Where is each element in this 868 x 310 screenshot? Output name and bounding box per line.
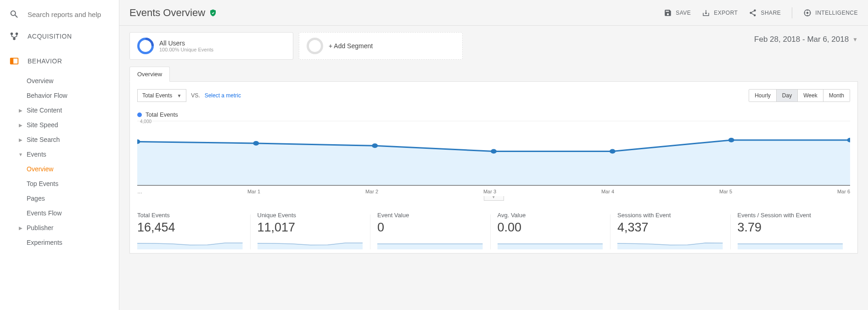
x-axis-labels: … Mar 1 Mar 2 Mar 3 Mar 4 Mar 5 Mar 6 [137, 189, 850, 194]
search-icon [9, 9, 19, 19]
subnav-site-speed[interactable]: ▶Site Speed [0, 118, 119, 132]
subnav-site-content[interactable]: ▶Site Content [0, 103, 119, 118]
scorecard-label: Unique Events [258, 212, 363, 219]
search-reports[interactable]: Search reports and help [0, 5, 119, 24]
scorecard-label: Event Value [377, 212, 483, 219]
save-button[interactable]: SAVE [664, 9, 691, 17]
scorecard-value: 16,454 [137, 220, 243, 235]
svg-point-6 [806, 11, 809, 14]
chevron-down-icon: ▼ [177, 93, 181, 98]
sparkline [738, 238, 843, 249]
svg-point-9 [372, 143, 378, 148]
scorecard[interactable]: Sessions with Event4,337 [610, 212, 730, 249]
export-icon [702, 9, 710, 17]
sparkline [137, 238, 243, 249]
scorecard-label: Events / Session with Event [738, 212, 843, 219]
subnav-events[interactable]: ▼Events [0, 147, 119, 162]
save-icon [664, 9, 672, 17]
search-placeholder-text: Search reports and help [28, 11, 101, 18]
nav-acquisition[interactable]: ACQUISITION [0, 24, 119, 49]
sparkline [498, 238, 603, 249]
svg-point-10 [491, 149, 497, 154]
dropdown-caret-icon: ▼ [852, 36, 858, 43]
scorecard-value: 4,337 [617, 220, 723, 235]
intelligence-icon [803, 9, 812, 17]
add-segment-ring-icon [307, 38, 323, 54]
segment-title: All Users [159, 39, 213, 47]
select-secondary-metric[interactable]: Select a metric [205, 92, 241, 99]
chart-legend: Total Events [137, 111, 850, 118]
intelligence-button[interactable]: INTELLIGENCE [803, 9, 858, 17]
scorecard-label: Total Events [137, 212, 243, 219]
scorecard[interactable]: Events / Session with Event3.79 [730, 212, 851, 249]
verified-shield-icon [209, 9, 217, 17]
line-chart[interactable]: 4,000 2,000 … Mar 1 Mar 2 Mar 3 Mar 4 Ma… [137, 121, 850, 194]
subnav-experiments[interactable]: Experiments [0, 235, 119, 250]
scorecard-value: 0 [377, 220, 483, 235]
granularity-month[interactable]: Month [823, 90, 850, 101]
subnav-events-overview[interactable]: Overview [0, 162, 119, 176]
subnav-overview[interactable]: Overview [0, 73, 119, 88]
scorecard-value: 0.00 [498, 220, 603, 235]
share-icon [749, 9, 757, 17]
scorecard-label: Avg. Value [498, 212, 603, 219]
granularity-week[interactable]: Week [797, 90, 823, 101]
page-title: Events Overview [129, 7, 205, 19]
date-range-picker[interactable]: Feb 28, 2018 - Mar 6, 2018 ▼ [754, 32, 858, 44]
svg-point-12 [728, 138, 734, 142]
sidebar: Search reports and help ACQUISITION BEHA… [0, 0, 119, 310]
nav-behavior[interactable]: BEHAVIOR [0, 49, 119, 73]
page-header: Events Overview SAVE EXPORT SHARE INTELL… [119, 0, 868, 26]
time-granularity: Hourly Day Week Month [749, 89, 850, 102]
legend-dot-icon [137, 113, 142, 117]
segment-subtitle: 100.00% Unique Events [159, 47, 213, 52]
behavior-icon [9, 56, 19, 66]
chart-expander[interactable] [484, 196, 504, 201]
subnav-behavior-flow[interactable]: Behavior Flow [0, 88, 119, 103]
scorecard[interactable]: Unique Events11,017 [250, 212, 370, 249]
segment-all-users[interactable]: All Users 100.00% Unique Events [129, 32, 293, 60]
granularity-hourly[interactable]: Hourly [749, 90, 776, 101]
segment-ring-icon [137, 38, 154, 54]
scorecard-value: 11,017 [258, 220, 363, 235]
share-button[interactable]: SHARE [749, 9, 781, 17]
subnav-publisher[interactable]: ▶Publisher [0, 220, 119, 235]
sparkline [258, 238, 363, 249]
scorecard[interactable]: Avg. Value0.00 [490, 212, 610, 249]
svg-rect-4 [11, 58, 13, 64]
sparkline [617, 238, 723, 249]
scorecards-row: Total Events16,454Unique Events11,017Eve… [137, 212, 850, 249]
acquisition-icon [9, 31, 19, 41]
scorecard[interactable]: Event Value0 [370, 212, 490, 249]
subnav-events-flow[interactable]: Events Flow [0, 206, 119, 220]
subnav-events-pages[interactable]: Pages [0, 191, 119, 206]
header-separator [792, 7, 792, 18]
granularity-day[interactable]: Day [776, 90, 797, 101]
vs-label: VS. [191, 92, 200, 99]
svg-point-8 [253, 141, 259, 146]
sparkline [377, 238, 483, 249]
scorecard-label: Sessions with Event [617, 212, 723, 219]
add-segment-button[interactable]: + Add Segment [299, 32, 463, 60]
svg-point-1 [16, 33, 18, 35]
scorecard[interactable]: Total Events16,454 [137, 212, 250, 249]
tab-overview[interactable]: Overview [129, 67, 170, 82]
svg-point-0 [11, 33, 13, 35]
svg-point-11 [610, 149, 616, 154]
primary-metric-dropdown[interactable]: Total Events ▼ [137, 89, 186, 102]
subnav-site-search[interactable]: ▶Site Search [0, 132, 119, 147]
scorecard-value: 3.79 [738, 220, 843, 235]
subnav-events-top[interactable]: Top Events [0, 176, 119, 191]
export-button[interactable]: EXPORT [702, 9, 738, 17]
